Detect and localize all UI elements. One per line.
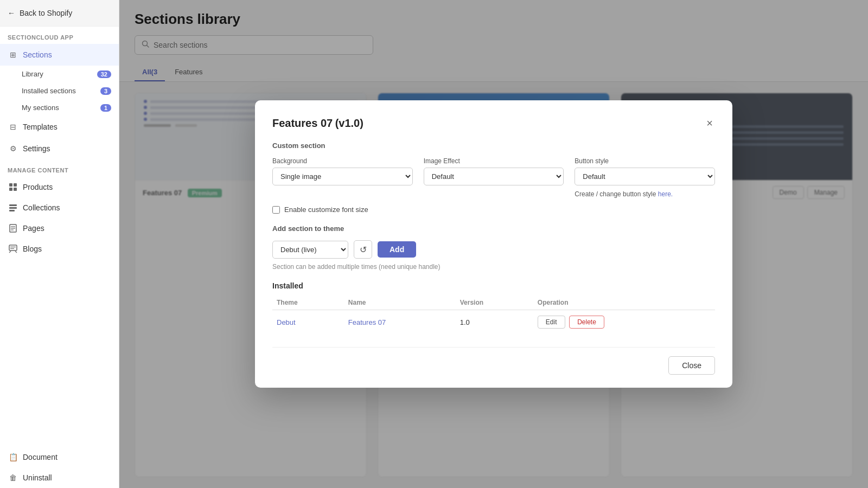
sidebar-item-sections[interactable]: ⊞ Sections	[0, 44, 119, 66]
button-style-hint: Create / change button style here.	[575, 190, 715, 198]
installed-theme-link[interactable]: Debut	[277, 318, 296, 326]
button-style-label: Button style	[575, 157, 715, 165]
blogs-icon	[8, 243, 18, 254]
main-content: Sections library All(3 Features	[119, 0, 868, 488]
svg-rect-3	[14, 188, 17, 191]
my-sections-label: My sections	[22, 104, 59, 112]
sidebar-item-settings[interactable]: ⚙ Settings	[0, 138, 119, 159]
library-badge: 32	[97, 70, 111, 78]
col-operation: Operation	[533, 296, 715, 310]
modal-header: Features 07 (v1.0) ×	[272, 115, 715, 131]
manage-content-label: MANAGE CONTENT	[0, 159, 119, 177]
pages-icon	[8, 223, 18, 234]
button-style-link[interactable]: here.	[658, 190, 673, 198]
templates-icon: ⊟	[8, 121, 18, 132]
collections-icon	[8, 202, 18, 213]
modal-title: Features 07	[272, 117, 333, 129]
sidebar-item-pages[interactable]: Pages	[0, 218, 119, 239]
installed-table: Theme Name Version Operation Debut Featu…	[272, 296, 715, 334]
sidebar-item-products[interactable]: Products	[0, 177, 119, 197]
refresh-button[interactable]: ↺	[354, 240, 372, 259]
sections-icon: ⊞	[8, 49, 18, 60]
button-style-select[interactable]: Default Custom	[575, 168, 715, 185]
sidebar-item-my-sections[interactable]: My sections 1	[0, 99, 119, 116]
products-icon	[8, 182, 18, 192]
document-icon: 📋	[8, 452, 18, 463]
installed-sections-badge: 3	[100, 87, 111, 95]
refresh-icon: ↺	[360, 245, 367, 255]
col-version: Version	[456, 296, 533, 310]
col-theme: Theme	[272, 296, 344, 310]
sidebar-item-collections[interactable]: Collections	[0, 197, 119, 218]
installed-table-header: Theme Name Version Operation	[272, 296, 715, 310]
modal-footer: Close	[272, 347, 715, 375]
modal-close-button[interactable]: ×	[704, 115, 715, 131]
modal-overlay: Features 07 (v1.0) × Custom section Back…	[119, 0, 868, 488]
templates-label: Templates	[23, 123, 58, 131]
form-group-button-style: Button style Default Custom Create / cha…	[575, 157, 715, 198]
add-section-row: Debut (live) Other theme ↺ Add	[272, 240, 715, 259]
sidebar: ← Back to Shopify SECTIONCLOUD APP ⊞ Sec…	[0, 0, 119, 488]
uninstall-label: Uninstall	[23, 473, 52, 482]
add-section-heading: Add section to theme	[272, 224, 715, 233]
form-group-background: Background Single image Video Color None	[272, 157, 413, 198]
svg-rect-11	[9, 245, 17, 251]
back-to-shopify-label: Back to Shopify	[20, 9, 72, 17]
installed-sections-label: Installed sections	[22, 87, 76, 95]
checkbox-row: Enable customize font size	[272, 206, 715, 214]
font-size-label: Enable customize font size	[284, 206, 368, 214]
sidebar-bottom: 📋 Document 🗑 Uninstall	[0, 447, 119, 488]
installed-table-body: Debut Features 07 1.0 Edit Delete	[272, 310, 715, 335]
svg-rect-1	[14, 183, 17, 187]
modal-features07: Features 07 (v1.0) × Custom section Back…	[255, 100, 732, 388]
table-row: Debut Features 07 1.0 Edit Delete	[272, 310, 715, 335]
sidebar-item-installed-sections[interactable]: Installed sections 3	[0, 82, 119, 99]
installed-version: 1.0	[456, 310, 533, 335]
modal-version: (v1.0)	[335, 117, 363, 129]
background-label: Background	[272, 157, 413, 165]
sidebar-item-uninstall[interactable]: 🗑 Uninstall	[0, 467, 119, 488]
add-hint: Section can be added multiple times (nee…	[272, 263, 715, 271]
col-name: Name	[344, 296, 456, 310]
settings-icon: ⚙	[8, 143, 18, 154]
image-effect-select[interactable]: Default Parallax None	[424, 168, 564, 185]
svg-rect-2	[9, 188, 12, 191]
installed-heading: Installed	[272, 281, 715, 290]
svg-rect-0	[9, 183, 12, 187]
library-label: Library	[22, 70, 43, 78]
my-sections-badge: 1	[100, 104, 111, 112]
image-effect-label: Image Effect	[424, 157, 564, 165]
blogs-label: Blogs	[23, 245, 42, 253]
modal-title-area: Features 07 (v1.0)	[272, 117, 363, 130]
sidebar-item-blogs[interactable]: Blogs	[0, 239, 119, 259]
installed-operations: Edit Delete	[533, 310, 715, 335]
app-label: SECTIONCLOUD APP	[0, 27, 119, 44]
collections-label: Collections	[23, 203, 60, 212]
settings-label: Settings	[23, 144, 50, 153]
font-size-checkbox[interactable]	[272, 206, 280, 214]
installed-name-link[interactable]: Features 07	[348, 318, 386, 326]
form-group-image-effect: Image Effect Default Parallax None	[424, 157, 564, 198]
background-select[interactable]: Single image Video Color None	[272, 168, 413, 185]
custom-section-heading: Custom section	[272, 142, 715, 150]
delete-button[interactable]: Delete	[569, 316, 604, 329]
back-arrow-icon: ←	[8, 9, 15, 17]
uninstall-icon: 🗑	[8, 472, 18, 483]
document-label: Document	[23, 453, 58, 461]
back-to-shopify-button[interactable]: ← Back to Shopify	[0, 0, 119, 27]
pages-label: Pages	[23, 224, 44, 233]
add-button[interactable]: Add	[378, 241, 416, 258]
svg-rect-4	[9, 204, 17, 206]
theme-select[interactable]: Debut (live) Other theme	[272, 241, 348, 259]
sidebar-item-library[interactable]: Library 32	[0, 66, 119, 82]
svg-rect-6	[9, 210, 15, 211]
form-row-selects: Background Single image Video Color None…	[272, 157, 715, 198]
sidebar-item-document[interactable]: 📋 Document	[0, 447, 119, 467]
products-label: Products	[23, 183, 53, 191]
close-modal-button[interactable]: Close	[668, 356, 715, 375]
sections-label: Sections	[23, 50, 52, 59]
sidebar-item-templates[interactable]: ⊟ Templates	[0, 116, 119, 138]
svg-rect-5	[9, 207, 17, 209]
edit-button[interactable]: Edit	[538, 316, 565, 329]
